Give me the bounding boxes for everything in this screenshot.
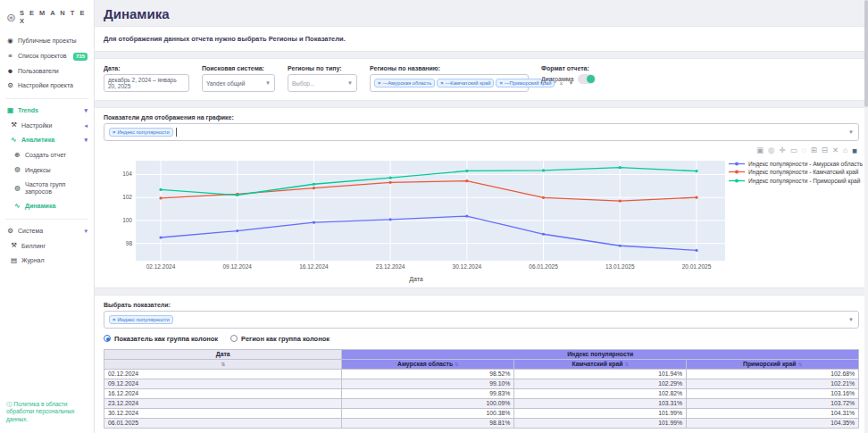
sidebar-item-label: Журнал: [21, 257, 88, 264]
page-title: Динамика: [104, 6, 857, 21]
sidebar-item-settings[interactable]: ⚒Настройки◂: [0, 118, 94, 133]
date-cell: 06.01.2025: [104, 418, 342, 428]
sidebar-item-users[interactable]: ☻Пользователи: [0, 64, 94, 79]
value-cell: 103.16%: [687, 388, 859, 398]
eye-icon: ◉: [6, 37, 14, 46]
sidebar-item-system[interactable]: ⚙Система▾: [0, 224, 94, 239]
sidebar-item-project-list[interactable]: ≡Список проектов735: [0, 49, 94, 64]
value-cell: 101.94%: [514, 369, 687, 379]
date-sort-icon[interactable]: ⇅: [104, 359, 342, 369]
filter-region-type: Регионы по типу: Выбор... ▼: [288, 65, 357, 92]
region-type-label: Регионы по типу:: [288, 65, 357, 71]
svg-text:98: 98: [126, 239, 133, 246]
camera-icon[interactable]: ▣: [756, 146, 764, 155]
date-range-input[interactable]: декабрь 2, 2024 – январь 20, 2025: [104, 74, 189, 92]
sidebar-item-create-report[interactable]: ⊕Создать отчет: [0, 148, 94, 163]
close-icon[interactable]: ×: [378, 80, 380, 86]
value-cell: 102.82%: [514, 388, 687, 398]
magnifier-icon[interactable]: ◎: [768, 146, 774, 155]
notice-text: Для отображения данных отчета нужно выбр…: [104, 35, 859, 43]
close-icon[interactable]: ×: [440, 80, 443, 86]
radio-indicator-group[interactable]: Показатель как группа колонок: [104, 335, 218, 343]
indicator-chip-label: Индекс популярности: [117, 317, 169, 322]
sidebar-item-analytics[interactable]: ∿Аналитика▾: [0, 133, 94, 148]
region-chip[interactable]: ×—Амурская область: [374, 79, 435, 87]
autoscale-icon[interactable]: ✕: [832, 146, 839, 155]
svg-text:09.12.2024: 09.12.2024: [222, 263, 252, 270]
table-row[interactable]: 02.12.202498.52%101.94%102.68%: [104, 369, 859, 379]
sort-icon[interactable]: ⇅: [624, 362, 629, 367]
sort-icon[interactable]: ⇅: [797, 362, 802, 367]
chart-indicator-select[interactable]: × Индекс популярности ▼: [104, 123, 859, 141]
sidebar-item-query-group-frequency[interactable]: ◍Частота групп запросов: [0, 178, 94, 199]
sidebar-item-billing[interactable]: ⚒Биллинг: [0, 238, 94, 254]
chevron-left-icon[interactable]: ◂: [84, 122, 88, 129]
lasso-icon[interactable]: ◌: [802, 146, 806, 155]
sidebar-item-public-projects[interactable]: ◉Публичные проекты: [0, 34, 94, 49]
region-column-label: Амурская область: [397, 361, 453, 367]
close-icon[interactable]: ×: [113, 317, 115, 322]
sidebar-item-journal[interactable]: ▤Журнал: [0, 254, 94, 269]
chevron-down-icon[interactable]: ▾: [84, 228, 88, 235]
legend-item[interactable]: Индекс популярности - Приморский край: [729, 178, 868, 184]
chevron-down-icon[interactable]: ▾: [84, 137, 88, 144]
home-icon[interactable]: ⌂: [843, 146, 847, 155]
value-cell: 102.21%: [687, 379, 859, 388]
info-icon: ⓘ: [6, 401, 13, 407]
legend-item[interactable]: Индекс популярности - Амурская область: [729, 161, 868, 167]
indicator-chip[interactable]: × Индекс популярности: [109, 128, 173, 137]
pan-icon[interactable]: ✛: [780, 146, 786, 155]
search-system-label: Поисковая система:: [202, 65, 275, 71]
legend-item[interactable]: Индекс популярности - Камчатский край: [729, 169, 868, 175]
date-label: Дата:: [104, 65, 189, 71]
date-column-header[interactable]: Дата: [104, 349, 342, 359]
sidebar-item-dynamics[interactable]: ∿Динамика: [0, 199, 94, 214]
region-column-header[interactable]: Амурская область⇅: [342, 359, 514, 369]
sidebar-item-indexes[interactable]: ◍Индексы: [0, 162, 94, 178]
region-chip[interactable]: ×—Камчатский край: [437, 79, 494, 87]
page-scrollbar[interactable]: [864, 0, 868, 433]
indicator-group-header: Индекс популярности: [342, 349, 859, 359]
line-chart[interactable]: 9810010210402.12.202409.12.202416.12.202…: [104, 157, 729, 271]
table-row[interactable]: 23.12.2024100.09%103.31%103.72%: [104, 398, 859, 408]
chevron-down-icon[interactable]: ▾: [84, 107, 88, 114]
scrollbar-thumb[interactable]: [864, 0, 868, 107]
table-row[interactable]: 30.12.2024100.38%101.99%104.31%: [104, 408, 859, 418]
region-column-header[interactable]: Приморский край⇅: [687, 359, 859, 369]
table-indicator-select[interactable]: × Индекс популярности ▼: [104, 311, 859, 329]
sidebar-item-trends[interactable]: ▣Trends▾: [0, 104, 94, 119]
table-row[interactable]: 06.01.202598.81%101.99%104.35%: [104, 418, 859, 428]
diagram-toggle[interactable]: [578, 74, 596, 84]
brand-name: S E M A N T E X: [20, 9, 88, 25]
date-cell: 23.12.2024: [104, 398, 342, 408]
zoom-out-icon[interactable]: ⊟: [822, 146, 828, 155]
close-icon[interactable]: ×: [113, 129, 115, 135]
sort-icon[interactable]: ⇅: [455, 362, 459, 367]
region-column-label: Приморский край: [743, 361, 796, 367]
sidebar-item-label: Создать отчет: [25, 152, 88, 159]
sidebar-item-project-settings[interactable]: ⚙Настройки проекта: [0, 79, 94, 94]
brand[interactable]: ⊛ S E M A N T E X: [0, 7, 94, 34]
sidebar-item-label: Настройки проекта: [18, 82, 88, 89]
table-row[interactable]: 16.12.202499.83%102.82%103.16%: [104, 388, 859, 398]
region-column-header[interactable]: Камчатский край⇅: [514, 359, 687, 369]
box-select-icon[interactable]: ▭: [790, 146, 797, 155]
chevron-down-icon: ▼: [848, 317, 854, 322]
radio-region-group[interactable]: Регион как группа колонок: [230, 335, 330, 343]
search-system-select[interactable]: Yandex общий ▼: [202, 74, 275, 92]
svg-text:30.12.2024: 30.12.2024: [453, 263, 482, 270]
region-type-select[interactable]: Выбор... ▼: [288, 74, 357, 92]
globe-icon: ◍: [13, 166, 21, 174]
svg-text:20.01.2025: 20.01.2025: [682, 263, 712, 270]
zoom-in-icon[interactable]: ⊞: [811, 146, 817, 155]
chart-card: Показатели для отображения на графике: ×…: [95, 107, 868, 288]
close-icon[interactable]: ×: [499, 80, 502, 86]
region-name-multiselect[interactable]: ×—Амурская область×—Камчатский край×—При…: [370, 74, 529, 92]
plotly-icon[interactable]: ■: [852, 146, 857, 155]
privacy-policy-link[interactable]: ⓘ Политика в области обработки персональ…: [0, 397, 94, 428]
sidebar-item-label: Биллинг: [21, 243, 88, 250]
table-row[interactable]: 09.12.202499.10%102.29%102.21%: [104, 379, 859, 388]
table-card: Выбрать показатели: × Индекс популярност…: [95, 295, 868, 433]
indicator-chip[interactable]: × Индекс популярности: [109, 315, 173, 324]
legend-marker-icon: [729, 169, 745, 175]
